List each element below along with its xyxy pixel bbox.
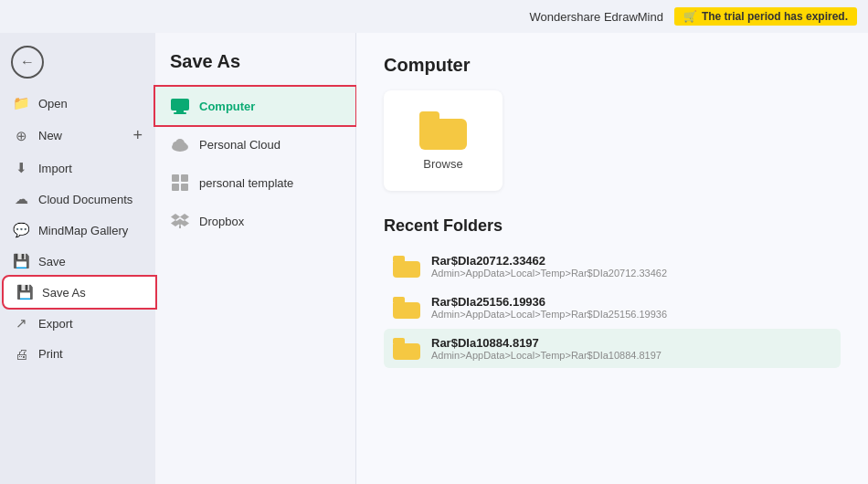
- recent-folder-row-2[interactable]: Rar$DIa10884.8197 Admin>AppData>Local>Te…: [384, 329, 841, 368]
- personal-template-icon: [170, 173, 190, 193]
- sidebar-label-saveas: Save As: [42, 286, 86, 300]
- saveas-item-computer[interactable]: Computer: [155, 87, 355, 125]
- import-icon: ⬇: [13, 160, 29, 176]
- folder-row-path-2: Admin>AppData>Local>Temp>Rar$DIa10884.81…: [431, 350, 662, 361]
- saveas-item-personal-template[interactable]: personal template: [155, 163, 355, 202]
- folder-row-icon-1: [393, 297, 420, 319]
- sidebar-label-open: Open: [38, 97, 68, 110]
- saveas-item-dropbox[interactable]: Dropbox: [155, 202, 355, 240]
- saveas-panel: Save As Computer Personal Clou: [155, 33, 356, 484]
- saveas-label-personal-template: personal template: [199, 176, 293, 190]
- back-button[interactable]: ←: [11, 46, 44, 79]
- dropbox-icon: [170, 211, 190, 231]
- folder-row-icon-2: [393, 338, 420, 360]
- browse-label: Browse: [423, 157, 462, 171]
- export-icon: ↗: [13, 315, 29, 331]
- sidebar-label-print: Print: [38, 347, 63, 361]
- sidebar-item-cloud[interactable]: ☁ Cloud Documents: [0, 184, 155, 215]
- open-icon: 📁: [13, 95, 29, 111]
- folder-row-path-1: Admin>AppData>Local>Temp>Rar$DIa25156.19…: [431, 309, 667, 320]
- svg-rect-7: [172, 174, 179, 182]
- cloud-icon: ☁: [13, 191, 29, 207]
- sidebar-item-save[interactable]: 💾 Save: [0, 246, 155, 277]
- folder-row-text-0: Rar$DIa20712.33462 Admin>AppData>Local>T…: [431, 254, 667, 279]
- browse-folder-icon: [419, 111, 467, 150]
- sidebar-item-new[interactable]: ⊕ New +: [0, 119, 155, 153]
- sidebar-item-print[interactable]: 🖨 Print: [0, 339, 155, 369]
- recent-folders-title: Recent Folders: [384, 216, 841, 236]
- saveas-label-computer: Computer: [199, 100, 255, 113]
- browse-card[interactable]: Browse: [384, 90, 503, 191]
- sidebar-item-import[interactable]: ⬇ Import: [0, 153, 155, 184]
- saveas-icon: 💾: [16, 284, 33, 300]
- folder-row-icon-0: [393, 256, 420, 278]
- svg-point-6: [175, 139, 185, 148]
- sidebar-item-saveas[interactable]: 💾 Save As: [4, 277, 155, 308]
- sidebar-label-new: New: [38, 129, 62, 142]
- recent-folder-row-1[interactable]: Rar$DIa25156.19936 Admin>AppData>Local>T…: [384, 288, 841, 327]
- sidebar-item-open[interactable]: 📁 Open: [0, 88, 155, 119]
- saveas-item-personal-cloud[interactable]: Personal Cloud: [155, 125, 355, 163]
- computer-section-title: Computer: [384, 55, 841, 76]
- folder-row-path-0: Admin>AppData>Local>Temp>Rar$DIa20712.33…: [431, 268, 667, 279]
- trial-badge[interactable]: 🛒 The trial period has expired.: [674, 7, 857, 26]
- folder-row-name-0: Rar$DIa20712.33462: [431, 254, 667, 268]
- svg-rect-2: [174, 112, 186, 114]
- sidebar-label-mindmap: MindMap Gallery: [38, 224, 128, 237]
- plus-icon: +: [132, 126, 143, 145]
- content-area: Computer Browse Recent Folders Rar$DIa20…: [356, 33, 868, 484]
- folder-row-text-1: Rar$DIa25156.19936 Admin>AppData>Local>T…: [431, 295, 667, 320]
- svg-rect-8: [181, 174, 188, 182]
- print-icon: 🖨: [13, 346, 29, 362]
- sidebar: ← 📁 Open ⊕ New + ⬇ Import ☁ Cloud Docume…: [0, 33, 155, 484]
- folder-row-text-2: Rar$DIa10884.8197 Admin>AppData>Local>Te…: [431, 336, 662, 361]
- svg-rect-10: [181, 184, 188, 191]
- sidebar-label-import: Import: [38, 162, 72, 175]
- sidebar-item-mindmap[interactable]: 💬 MindMap Gallery: [0, 215, 155, 246]
- mindmap-icon: 💬: [13, 222, 29, 238]
- main-layout: ← 📁 Open ⊕ New + ⬇ Import ☁ Cloud Docume…: [0, 33, 868, 484]
- saveas-label-dropbox: Dropbox: [199, 215, 244, 228]
- svg-rect-0: [171, 99, 189, 110]
- sidebar-label-save: Save: [38, 255, 66, 268]
- svg-marker-11: [171, 214, 180, 220]
- saveas-label-personal-cloud: Personal Cloud: [199, 138, 281, 152]
- svg-marker-12: [180, 214, 189, 220]
- brand-label: Wondershare EdrawMind: [530, 10, 663, 24]
- cart-icon: 🛒: [683, 10, 697, 23]
- trial-text: The trial period has expired.: [702, 10, 848, 23]
- folder-row-name-2: Rar$DIa10884.8197: [431, 336, 662, 350]
- folder-row-name-1: Rar$DIa25156.19936: [431, 295, 667, 309]
- recent-folder-row-0[interactable]: Rar$DIa20712.33462 Admin>AppData>Local>T…: [384, 247, 841, 286]
- topbar: Wondershare EdrawMind 🛒 The trial period…: [0, 0, 868, 33]
- sidebar-label-cloud: Cloud Documents: [38, 193, 132, 206]
- new-icon: ⊕: [13, 128, 29, 144]
- personal-cloud-icon: [170, 134, 190, 154]
- save-icon: 💾: [13, 253, 29, 269]
- saveas-title: Save As: [155, 51, 355, 87]
- svg-rect-9: [172, 184, 179, 191]
- computer-icon: [170, 96, 190, 116]
- sidebar-item-export[interactable]: ↗ Export: [0, 308, 155, 339]
- sidebar-label-export: Export: [38, 317, 73, 331]
